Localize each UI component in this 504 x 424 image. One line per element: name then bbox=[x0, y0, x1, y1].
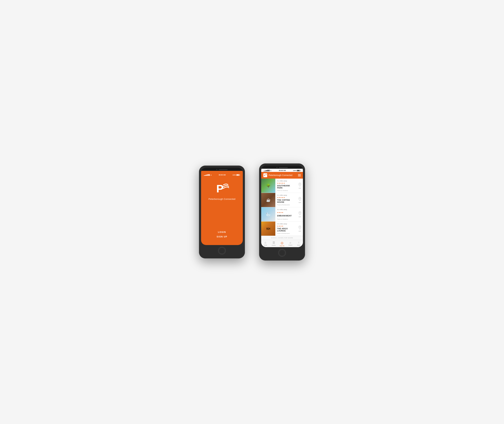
thumb-image: 🦢 bbox=[261, 207, 275, 221]
nav-near-me[interactable]: ◎ Near Me bbox=[278, 241, 286, 246]
rating-stars: ★★★★★ bbox=[277, 182, 295, 184]
map-pin-icon bbox=[298, 226, 301, 230]
location-thumbnail: 🌳 bbox=[261, 179, 275, 193]
location-name: SOUTHBANK PARK bbox=[277, 185, 295, 189]
distance-label: 0.1 miles away bbox=[277, 194, 295, 196]
map-label: MAP bbox=[299, 231, 301, 232]
home-button[interactable] bbox=[218, 247, 226, 255]
login-button[interactable]: LOGIN bbox=[218, 231, 226, 233]
location-name: EMBANKMENT bbox=[277, 215, 295, 217]
signal-icon bbox=[204, 174, 210, 176]
list-item[interactable]: ☕ 0.1 miles away ★★★★★ THE COFFEE HOUSE … bbox=[261, 193, 303, 207]
menu-line bbox=[298, 176, 301, 176]
login-screen: P Peterborough Connected LOGIN SIGN UP bbox=[201, 171, 243, 245]
app-name-label: Peterborough Connected bbox=[209, 198, 235, 200]
wifi-icon: ▲ bbox=[210, 174, 212, 176]
rating-stars: ★★★★ bbox=[277, 225, 295, 227]
app-logo: P bbox=[215, 181, 229, 196]
location-category: Food & Restaurants bbox=[277, 204, 295, 206]
location-list: 🌳 0.1 miles away ★★★★★ SOUTHBANK PARK Pa… bbox=[261, 179, 303, 236]
header-logo: P Peterborough Connected bbox=[263, 173, 292, 177]
location-name: THE COFFEE HOUSE bbox=[277, 199, 295, 203]
thumb-image: 🌳 bbox=[261, 179, 275, 193]
location-category: Food & Restaurants bbox=[277, 233, 295, 234]
location-category: Parks & Gardens bbox=[277, 218, 295, 220]
status-bar-app: ▲ 00:00 AM 100% bbox=[261, 169, 303, 172]
signup-button[interactable]: SIGN UP bbox=[217, 236, 227, 238]
map-button[interactable]: MAP bbox=[297, 179, 303, 193]
distance-label: 0.5 miles away bbox=[277, 223, 295, 225]
time-display: 00:00 AM bbox=[219, 174, 226, 176]
nav-near-me-label: Near Me bbox=[280, 245, 285, 246]
list-item[interactable]: 🦢 0.2 miles away ★★★★ EMBANKMENT Parks &… bbox=[261, 207, 303, 222]
map-label: MAP bbox=[299, 202, 301, 203]
map-label: MAP bbox=[299, 188, 301, 189]
phone-login: ▲ 00:00 AM 100% bbox=[199, 166, 245, 258]
nav-search[interactable]: ⌕ Search bbox=[286, 241, 295, 246]
battery-icon: 100% bbox=[233, 174, 240, 176]
map-button[interactable]: MAP bbox=[297, 207, 303, 221]
nav-search-label: Search bbox=[288, 244, 292, 246]
nav-home-label: Home bbox=[264, 244, 267, 246]
camera bbox=[216, 169, 217, 170]
list-item[interactable]: 🍽 0.5 miles away ★★★★ THE ARGO LOUNGE Fo… bbox=[261, 222, 303, 236]
svg-point-2 bbox=[300, 184, 300, 184]
phone-top-bar bbox=[201, 168, 243, 171]
scene: ▲ 00:00 AM 100% bbox=[188, 153, 316, 271]
app-header: P Peterborough Connected bbox=[261, 172, 303, 179]
logo-icon: P bbox=[263, 173, 267, 177]
menu-line bbox=[298, 175, 301, 175]
map-pin-icon bbox=[298, 197, 301, 202]
svg-text:P: P bbox=[264, 174, 265, 176]
speaker-2 bbox=[279, 167, 288, 168]
share-icon: ↑ bbox=[298, 241, 300, 244]
svg-point-4 bbox=[300, 212, 300, 213]
location-info: 0.2 miles away ★★★★ EMBANKMENT Parks & G… bbox=[275, 207, 297, 221]
hamburger-menu[interactable] bbox=[298, 174, 301, 176]
svg-point-3 bbox=[300, 198, 300, 199]
signal-icon-app bbox=[264, 170, 269, 171]
bottom-navigation: ⌂ Home ☰ Events ◎ Near Me ⌕ Search bbox=[261, 240, 303, 247]
nav-share[interactable]: ↑ Share bbox=[295, 241, 303, 246]
map-button[interactable]: MAP bbox=[297, 193, 303, 207]
header-title: Peterborough Connected bbox=[269, 174, 292, 176]
near-me-icon: ◎ bbox=[281, 241, 283, 245]
nav-events[interactable]: ☰ Events bbox=[269, 241, 278, 246]
location-info: 0.1 miles away ★★★★★ SOUTHBANK PARK Park… bbox=[275, 179, 297, 193]
camera-2 bbox=[276, 167, 277, 168]
nav-share-label: Share bbox=[297, 244, 300, 246]
auth-buttons: LOGIN SIGN UP bbox=[204, 231, 239, 238]
home-icon: ⌂ bbox=[265, 241, 266, 244]
nav-home[interactable]: ⌂ Home bbox=[261, 241, 269, 246]
phone-app: ▲ 00:00 AM 100% bbox=[259, 163, 305, 261]
svg-point-5 bbox=[300, 226, 300, 227]
list-item[interactable]: 🌳 0.1 miles away ★★★★★ SOUTHBANK PARK Pa… bbox=[261, 179, 303, 193]
time-display-app: 00:00 AM bbox=[279, 170, 286, 171]
logo-area: P Peterborough Connected bbox=[209, 181, 235, 200]
map-pin-icon bbox=[298, 183, 301, 187]
location-info: 0.5 miles away ★★★★ THE ARGO LOUNGE Food… bbox=[275, 222, 297, 236]
scroll-more-label: SCROLL DOWN FOR MORE bbox=[261, 236, 303, 240]
map-button[interactable]: MAP bbox=[297, 222, 303, 236]
wifi-icon-app: ▲ bbox=[270, 170, 272, 171]
search-icon: ⌕ bbox=[289, 241, 291, 244]
location-thumbnail: 🦢 bbox=[261, 207, 275, 221]
battery-icon-app: 100% bbox=[293, 170, 300, 171]
nav-events-label: Events bbox=[272, 245, 275, 246]
phone-top-bar-2 bbox=[261, 166, 303, 169]
location-thumbnail: 🍽 bbox=[261, 222, 275, 236]
signal-area: ▲ bbox=[204, 174, 212, 176]
location-name: THE ARGO LOUNGE bbox=[277, 228, 295, 232]
map-pin-icon bbox=[298, 211, 301, 216]
location-thumbnail: ☕ bbox=[261, 193, 275, 207]
menu-line bbox=[298, 174, 301, 175]
location-category: Parks & Gardens bbox=[277, 190, 295, 191]
thumb-image: ☕ bbox=[261, 193, 275, 207]
map-label: MAP bbox=[299, 216, 301, 218]
home-button-2[interactable] bbox=[278, 249, 286, 257]
svg-text:P: P bbox=[216, 182, 223, 195]
thumb-image: 🍽 bbox=[261, 222, 275, 236]
rating-stars: ★★★★★ bbox=[277, 197, 295, 198]
location-info: 0.1 miles away ★★★★★ THE COFFEE HOUSE Fo… bbox=[275, 193, 297, 207]
app-screen: P Peterborough Connected bbox=[261, 172, 303, 247]
